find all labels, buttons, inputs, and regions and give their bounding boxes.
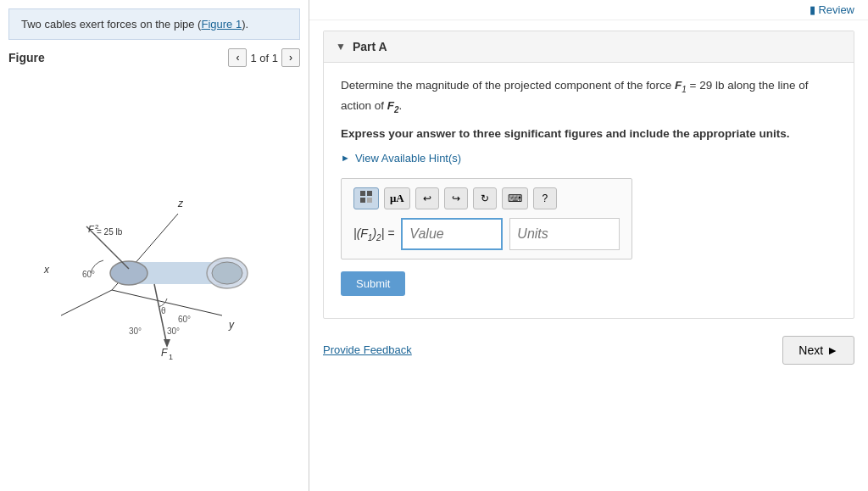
hint-arrow-icon: ► — [341, 153, 350, 163]
svg-text:z: z — [177, 198, 184, 209]
part-header: ▼ Part A — [324, 31, 854, 63]
submit-button[interactable]: Submit — [341, 271, 405, 296]
mu-icon: μA — [390, 192, 404, 205]
svg-text:30°: 30° — [129, 326, 142, 336]
figure-prev-button[interactable]: ‹ — [228, 48, 247, 67]
figure-image: x y z F 2 = 25 lb — [8, 72, 300, 483]
top-bar: ▮ Review — [309, 0, 868, 20]
svg-rect-24 — [360, 191, 365, 196]
svg-point-8 — [110, 261, 147, 285]
left-panel: Two cables exert forces on the pipe (Fig… — [0, 0, 309, 491]
undo-icon: ↩ — [423, 192, 431, 204]
matrix-icon — [359, 190, 373, 206]
refresh-button[interactable]: ↻ — [473, 187, 497, 209]
svg-line-3 — [61, 290, 112, 315]
part-section: ▼ Part A Determine the magnitude of the … — [323, 31, 854, 319]
svg-text:θ: θ — [161, 306, 166, 315]
redo-button[interactable]: ↪ — [444, 187, 468, 209]
bookmark-icon: ▮ — [810, 3, 815, 16]
keyboard-button[interactable]: ⌨ — [502, 187, 528, 209]
svg-text:60°: 60° — [82, 270, 95, 279]
help-icon: ? — [542, 192, 548, 204]
instruction-text: Express your answer to three significant… — [341, 127, 790, 140]
answer-row: |(F1)2| = — [353, 218, 620, 250]
right-panel: ▮ Review ▼ Part A Determine the magnitud… — [309, 0, 868, 491]
feedback-link[interactable]: Provide Feedback — [323, 343, 412, 356]
problem-statement: Determine the magnitude of the projected… — [341, 76, 837, 116]
svg-text:x: x — [43, 264, 50, 276]
review-label: Review — [818, 3, 854, 16]
stmt-1: Determine the magnitude of the projected… — [341, 79, 675, 92]
help-button[interactable]: ? — [533, 187, 557, 209]
answer-label: |(F1)2| = — [353, 226, 394, 243]
figure-next-button[interactable]: › — [281, 48, 300, 67]
svg-line-4 — [112, 290, 222, 315]
figure-counter: 1 of 1 — [250, 52, 278, 64]
review-link[interactable]: ▮ Review — [810, 3, 854, 16]
figure-title: Figure — [8, 51, 45, 64]
next-label: Next — [798, 343, 823, 357]
figure-diagram: x y z F 2 = 25 lb — [36, 188, 273, 366]
answer-container: μA ↩ ↪ ↻ ⌨ — [341, 178, 632, 259]
toolbar: μA ↩ ↪ ↻ ⌨ — [353, 187, 620, 209]
value-input[interactable] — [401, 218, 503, 250]
problem-text: Two cables exert forces on the pipe (Fig… — [8, 8, 300, 40]
collapse-arrow-icon[interactable]: ▼ — [336, 41, 346, 53]
force-value: = 29 lb — [687, 79, 725, 92]
svg-text:F: F — [88, 224, 95, 234]
part-label: Part A — [353, 40, 387, 53]
units-input[interactable] — [509, 218, 620, 250]
stmt-3: . — [399, 99, 403, 112]
figure-header: Figure ‹ 1 of 1 › — [8, 48, 300, 67]
next-arrow-icon: ► — [826, 343, 838, 357]
force-f2-sym: F2 — [387, 99, 399, 112]
figure-nav: ‹ 1 of 1 › — [228, 48, 300, 67]
figure-link[interactable]: Figure 1 — [201, 18, 242, 31]
problem-intro: Two cables exert forces on the pipe ( — [21, 18, 201, 31]
svg-point-10 — [212, 262, 242, 284]
redo-icon: ↪ — [452, 192, 460, 204]
matrix-button[interactable] — [353, 187, 379, 209]
figure-section: Figure ‹ 1 of 1 › x y z — [8, 48, 300, 483]
undo-button[interactable]: ↩ — [415, 187, 439, 209]
svg-rect-25 — [367, 191, 372, 196]
refresh-icon: ↻ — [481, 192, 489, 204]
bold-instruction: Express your answer to three significant… — [341, 125, 837, 143]
hint-label: View Available Hint(s) — [355, 152, 461, 165]
svg-text:30°: 30° — [167, 326, 180, 336]
bottom-bar: Provide Feedback Next ► — [323, 336, 854, 365]
mu-button[interactable]: μA — [384, 187, 410, 209]
svg-rect-27 — [367, 198, 372, 203]
svg-text:1: 1 — [169, 353, 173, 361]
part-body: Determine the magnitude of the projected… — [324, 63, 854, 318]
next-button[interactable]: Next ► — [782, 336, 854, 365]
problem-intro-end: ). — [242, 18, 248, 31]
svg-text:= 25 lb: = 25 lb — [97, 227, 123, 237]
force-f1-sym: F1 — [675, 79, 687, 92]
keyboard-icon: ⌨ — [508, 192, 522, 204]
svg-text:60°: 60° — [178, 315, 191, 324]
svg-text:y: y — [228, 319, 235, 331]
svg-text:F: F — [161, 347, 168, 359]
hint-link[interactable]: ► View Available Hint(s) — [341, 152, 837, 165]
submit-row: Submit — [341, 271, 837, 304]
svg-rect-26 — [360, 198, 365, 203]
